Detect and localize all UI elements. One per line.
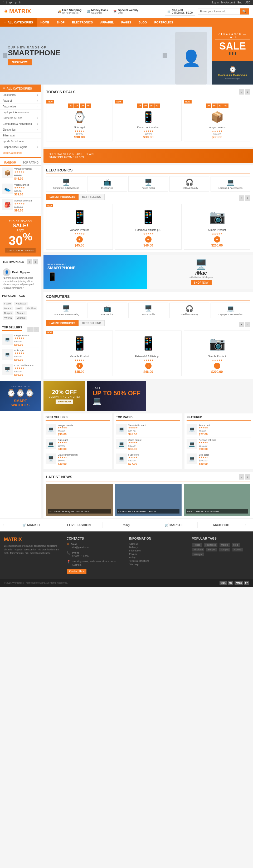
comp-cat-computers[interactable]: 🖥️ Computers & Networking [46, 303, 86, 318]
sidebar-item-sports[interactable]: Sports & Outdoors› [0, 138, 41, 144]
tag-tempus[interactable]: Tempus [15, 311, 27, 315]
hero-prev-button[interactable]: ‹ [3, 53, 7, 58]
comp-cat-laptops[interactable]: 💻 Laptops & Accessories [210, 303, 250, 318]
footer-link-policy[interactable]: Policy [129, 556, 187, 559]
nav-shop[interactable]: SHOP [53, 18, 68, 27]
social-facebook[interactable]: f [3, 1, 3, 4]
all-categories-nav[interactable]: ☰ ALL CATEGORIES [0, 18, 37, 27]
contact-us-button[interactable]: Contact Us › [67, 569, 87, 574]
add-to-cart-button[interactable]: + [145, 363, 151, 369]
sidebar-item-laptops[interactable]: Laptops & Accessories› [0, 110, 41, 115]
news-next[interactable]: › [245, 474, 250, 479]
computers-prev[interactable]: ‹ [239, 322, 244, 327]
deals-prev[interactable]: ‹ [239, 89, 244, 95]
brand-prev-arrow[interactable]: ‹ [3, 523, 8, 527]
add-to-cart-button[interactable]: + [214, 363, 220, 369]
sale-20-shop-button[interactable]: SHOP NOW [56, 400, 73, 404]
tag-fusce[interactable]: Fusce [3, 302, 12, 306]
social-linkedin[interactable]: in [19, 1, 21, 4]
tag-viverra[interactable]: Viverra [3, 316, 13, 320]
electronics-next[interactable]: › [245, 195, 250, 201]
nav-apparel[interactable]: APPAREL [96, 18, 117, 27]
social-pinterest[interactable]: p [15, 1, 17, 4]
footer-tag-medi[interactable]: Medi [232, 543, 240, 547]
tag-bunper[interactable]: Bunper [3, 311, 13, 315]
smartphone-promo-banner[interactable]: New Arrivals SMARTPHONE 📱 [44, 255, 147, 289]
hero-shop-now-button[interactable]: SHOP NOW! [8, 59, 32, 65]
footer-tag-volutpat[interactable]: Volutpat [192, 553, 204, 556]
sidebar-item-apparel[interactable]: Apparel› [0, 98, 41, 104]
sidebar-item-suspendisse[interactable]: Suspendisse Sagittis› [0, 144, 41, 150]
testimonials-prev[interactable]: ‹ [27, 259, 32, 265]
footer-link-information[interactable]: Information [129, 549, 187, 552]
tab-latest-products[interactable]: LATEST PRODUCTS [46, 194, 79, 200]
smartwatch-banner[interactable]: NEW ARRIVALS ⌚⌚⌚ SMART WATCHES [0, 381, 41, 411]
tag-habitasse[interactable]: Habitasse [14, 302, 28, 306]
sidebar-item-more[interactable]: More Categories [0, 150, 41, 156]
cat-computers[interactable]: 🖥️ Computers & Networking [46, 176, 86, 192]
footer-tag-mauris[interactable]: Mauris [220, 543, 230, 547]
footer-tag-tincidun[interactable]: Tincidun [192, 548, 204, 552]
tab-top-rating[interactable]: TOP RATING [21, 160, 41, 166]
language-select[interactable]: Eng [237, 1, 242, 4]
sale-50off-banner[interactable]: SALE UP TO 50% OFF 💻 [87, 381, 146, 411]
imac-shop-now-button[interactable]: SHOP NOW [191, 280, 212, 285]
watches-banner[interactable]: ⌚ Wireless Watches Minimalist Style [212, 61, 253, 85]
comp-tab-best[interactable]: BEST SELLING [79, 320, 105, 326]
nav-pages[interactable]: PAGES [117, 18, 135, 27]
clearance-sale-banner[interactable]: CLEARANCE — SALE SALE 📱📱📱 [212, 27, 253, 61]
hero-next-button[interactable]: › [163, 53, 167, 58]
cat-health[interactable]: 🎧 Health & Beauty [169, 176, 209, 192]
footer-tag-bunper[interactable]: Bunper [206, 548, 217, 552]
brand-love-fashion[interactable]: LOVE FASHION [55, 522, 103, 528]
tag-mauris[interactable]: Mauris [3, 307, 13, 310]
sidebar-item-electronics2[interactable]: Electronics› [0, 127, 41, 133]
computers-next[interactable]: › [245, 322, 250, 327]
add-to-cart-button[interactable]: + [214, 236, 220, 243]
footer-tag-fusce[interactable]: Fusce [192, 543, 202, 547]
social-twitter[interactable]: t [6, 1, 7, 4]
deals-next[interactable]: › [245, 89, 250, 95]
brand-next-arrow[interactable]: › [245, 523, 250, 527]
tab-best-selling[interactable]: BEST SELLING [79, 194, 105, 200]
comp-tab-latest[interactable]: LATEST PRODUCTS [46, 320, 79, 326]
footer-tag-habitasse[interactable]: Habitasse [204, 543, 218, 547]
add-to-cart-button[interactable]: + [145, 236, 151, 243]
brand-market-1[interactable]: 🛒 MARKET [8, 522, 55, 528]
footer-link-terms[interactable]: Terms & conditions [129, 560, 187, 562]
currency-select[interactable]: USD [245, 1, 250, 4]
tag-tincidun[interactable]: Tincidun [25, 307, 37, 310]
footer-tag-viverra[interactable]: Viverra [232, 548, 243, 552]
add-to-cart-button[interactable]: + [77, 363, 83, 369]
nav-electronics[interactable]: ELECTRONICS [68, 18, 96, 27]
search-button[interactable]: 🔍 [240, 8, 249, 14]
comp-cat-electronics[interactable]: 📺 Electronics [87, 303, 127, 318]
cat-laptops[interactable]: 💻 Laptops & Accessories [210, 176, 250, 192]
top-sellers-next[interactable]: › [33, 327, 39, 332]
top-sellers-prev[interactable]: ‹ [27, 327, 33, 332]
comp-cat-health[interactable]: 🎧 Health & Beauty [169, 303, 209, 318]
brand-maxshop[interactable]: MAXSHOP [198, 522, 245, 528]
social-google[interactable]: g+ [9, 1, 12, 4]
cat-fusce[interactable]: 🖥️ Fusce mollis [128, 176, 168, 192]
add-to-cart-button[interactable]: + [77, 236, 83, 243]
sidebar-item-cameras[interactable]: Cameras & Lens› [0, 115, 41, 121]
sidebar-item-electronics[interactable]: Electronics› [0, 92, 41, 98]
tab-random[interactable]: RANDOM [0, 160, 21, 166]
logo[interactable]: 🔥 MATRIX [4, 8, 31, 15]
brand-market-2[interactable]: 🛒 MARKET [150, 522, 198, 528]
brand-macy[interactable]: Macy [103, 522, 150, 528]
nav-portfolios[interactable]: PORTFOLIOS [150, 18, 177, 27]
sidebar-item-automotive[interactable]: Automotive› [0, 104, 41, 110]
search-input[interactable] [198, 8, 240, 14]
cart-widget[interactable]: 🛒 Your Cart 0 ITEM(S) / $0.00 [165, 7, 195, 16]
cat-electronics[interactable]: 📺 Electronics [87, 176, 127, 192]
footer-tag-tempus[interactable]: Tempus [219, 548, 231, 552]
news-prev[interactable]: ‹ [239, 474, 244, 479]
testimonials-next[interactable]: › [33, 259, 38, 265]
footer-link-delivery[interactable]: Delivery [129, 546, 187, 549]
sidebar-item-etiam[interactable]: Etiam quat› [0, 133, 41, 138]
sidebar-item-computers[interactable]: Computers & Networking› [0, 121, 41, 127]
tag-volutpat[interactable]: Volutpat [15, 316, 27, 320]
nav-home[interactable]: HOME [37, 18, 53, 27]
